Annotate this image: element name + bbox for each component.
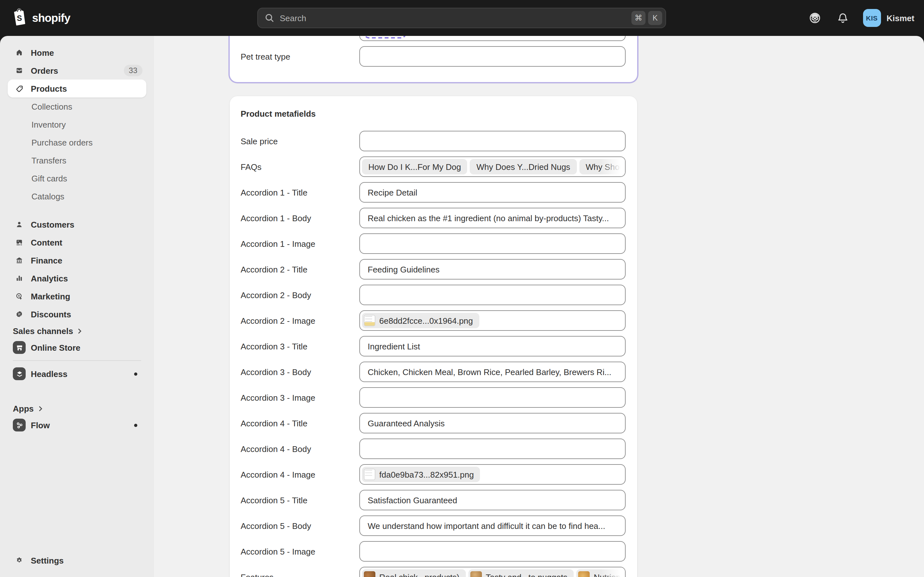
- chip-label: Tasty and...to nuggets: [486, 572, 567, 577]
- value-chip[interactable]: How Do I K...For My Dog: [362, 159, 467, 174]
- field-row: Accordion 5 - Body We understand how imp…: [241, 516, 626, 536]
- user-menu[interactable]: KIS Kismet: [863, 9, 914, 27]
- value-chip[interactable]: Real chick...products): [362, 569, 466, 577]
- field-label: Accordion 4 - Body: [241, 444, 359, 454]
- field-input-accordion-1-title[interactable]: Recipe Detail: [359, 182, 626, 203]
- field-label: Accordion 3 - Image: [241, 393, 359, 402]
- field-row: Accordion 4 - Image fda0e9ba73...82x951.…: [241, 464, 626, 485]
- headless-notification-dot: [134, 372, 137, 376]
- headless-label: Headless: [31, 369, 67, 379]
- sidebar-item-customers[interactable]: Customers: [8, 215, 146, 234]
- file-name: 6e8dd2fcce...0x1964.png: [379, 316, 473, 326]
- field-input-accordion-4-title[interactable]: Guaranteed Analysis: [359, 413, 626, 434]
- chevron-right-icon: [77, 328, 83, 334]
- sidebar-item-products[interactable]: Products: [8, 79, 146, 97]
- file-chip[interactable]: 6e8dd2fcce...0x1964.png: [362, 313, 479, 328]
- apps-header[interactable]: Apps: [8, 401, 146, 416]
- field-input-accordion-2-title[interactable]: Feeding Guidelines: [359, 259, 626, 279]
- sidebar-subitem-catalogs[interactable]: Catalogs: [8, 187, 146, 205]
- svg-text:S: S: [17, 14, 22, 23]
- orders-icon: [13, 64, 26, 77]
- shopify-admin: S shopify Search ⌘ K: [0, 0, 924, 577]
- file-thumbnail: [364, 469, 375, 480]
- sidebar-item-analytics[interactable]: Analytics: [8, 269, 146, 287]
- field-input-accordion-5-title[interactable]: Satisfaction Guaranteed: [359, 490, 626, 510]
- file-thumbnail: [364, 315, 375, 326]
- field-row: Sale price: [241, 131, 626, 151]
- chip-label: How Do I K...For My Dog: [368, 162, 461, 171]
- sidebar-item-discounts[interactable]: Discounts: [8, 305, 146, 323]
- home-icon: [13, 46, 26, 59]
- field-value: Ingredient List: [368, 342, 420, 351]
- field-row: Accordion 1 - Body Real chicken as the #…: [241, 208, 626, 228]
- field-row: Accordion 3 - Title Ingredient List: [241, 336, 626, 356]
- sidebar-item-label: Customers: [31, 219, 74, 229]
- chip-label: Nutrient...: [594, 572, 626, 577]
- shopify-logo[interactable]: S shopify: [11, 0, 70, 36]
- field-input-sale-price[interactable]: [359, 131, 626, 151]
- field-input-accordion-2-body[interactable]: [359, 285, 626, 305]
- field-input-accordion-4-body[interactable]: [359, 438, 626, 459]
- sidebar-item-marketing[interactable]: Marketing: [8, 287, 146, 305]
- field-input-accordion-1-body[interactable]: Real chicken as the #1 ingredient (no an…: [359, 208, 626, 228]
- file-name: fda0e9ba73...82x951.png: [379, 470, 474, 479]
- sidebar-subitem-transfers[interactable]: Transfers: [8, 151, 146, 169]
- field-input-accordion-3-body[interactable]: Chicken, Chicken Meal, Brown Rice, Pearl…: [359, 362, 626, 382]
- value-chip[interactable]: Nutrient...: [576, 569, 626, 577]
- sidebar-item-flow[interactable]: Flow: [8, 416, 146, 434]
- sidebar-subitem-purchase-orders[interactable]: Purchase orders: [8, 133, 146, 151]
- sales-channels-header[interactable]: Sales channels: [8, 323, 146, 338]
- field-input-accordion-2-image[interactable]: 6e8dd2fcce...0x1964.png: [359, 310, 626, 331]
- value-chip[interactable]: Why Should...W: [579, 159, 626, 174]
- search-input[interactable]: Search ⌘ K: [257, 8, 666, 28]
- sidebar-item-content[interactable]: Content: [8, 234, 146, 251]
- field-input-accordion-5-image[interactable]: [359, 541, 626, 562]
- pet-treat-type-input[interactable]: [359, 46, 626, 67]
- sidekick-assistant-icon[interactable]: [805, 8, 824, 27]
- field-label: Sale price: [241, 136, 359, 146]
- field-row: Accordion 3 - Image: [241, 387, 626, 408]
- field-input-accordion-4-image[interactable]: fda0e9ba73...82x951.png: [359, 464, 626, 485]
- value-chip[interactable]: Tasty and...to nuggets: [468, 569, 573, 577]
- sidebar-item-label: Discounts: [31, 309, 71, 319]
- field-input-accordion-5-body[interactable]: We understand how important and difficul…: [359, 516, 626, 536]
- card-title: Product metafields: [241, 109, 626, 119]
- sidebar-item-finance[interactable]: Finance: [8, 251, 146, 269]
- sidebar-subitem-collections[interactable]: Collections: [8, 97, 146, 115]
- field-row: Accordion 4 - Body: [241, 438, 626, 459]
- sidebar-subitem-gift-cards[interactable]: Gift cards: [8, 169, 146, 187]
- card-product-metafields: Product metafields Sale price FAQs How D…: [230, 96, 637, 577]
- hidden-field-input[interactable]: [359, 36, 626, 41]
- notifications-bell-icon[interactable]: [833, 8, 853, 27]
- sidebar-item-settings[interactable]: Settings: [8, 551, 146, 569]
- field-input-faqs[interactable]: How Do I K...For My DogWhy Does Y...Drie…: [359, 156, 626, 177]
- sidebar-item-online-store[interactable]: Online Store: [8, 338, 146, 356]
- file-chip[interactable]: fda0e9ba73...82x951.png: [362, 467, 480, 482]
- sidebar-item-label: Products: [31, 84, 67, 93]
- field-row: Accordion 5 - Image: [241, 541, 626, 562]
- sidebar-item-label: Marketing: [31, 292, 70, 301]
- gear-icon: [13, 554, 26, 567]
- sidebar-item-label: Content: [31, 237, 62, 247]
- field-value: Satisfaction Guaranteed: [368, 495, 457, 505]
- field-label: Accordion 5 - Title: [241, 495, 359, 505]
- sidebar-item-headless[interactable]: Headless: [8, 365, 146, 383]
- sidebar-item-orders[interactable]: Orders 33: [8, 61, 146, 79]
- sidebar-subitem-inventory[interactable]: Inventory: [8, 115, 146, 133]
- card-product-details: Pet treat type: [230, 36, 637, 82]
- field-row: Features Real chick...products)Tasty and…: [241, 567, 626, 577]
- chevron-right-icon: [37, 406, 43, 411]
- field-row: Accordion 2 - Image 6e8dd2fcce...0x1964.…: [241, 310, 626, 331]
- field-input-features[interactable]: Real chick...products)Tasty and...to nug…: [359, 567, 626, 577]
- kbd-cmd: ⌘: [632, 11, 646, 25]
- sidebar-item-home[interactable]: Home: [8, 44, 146, 61]
- field-value: Chicken, Chicken Meal, Brown Rice, Pearl…: [368, 367, 612, 377]
- value-chip[interactable]: Why Does Y...Dried Nugs: [470, 159, 577, 174]
- workspace: Home Orders 33 Products CollectionsInven…: [0, 36, 924, 577]
- media-icon: [13, 236, 26, 249]
- field-input-accordion-1-image[interactable]: [359, 234, 626, 254]
- settings-label: Settings: [31, 556, 64, 565]
- field-input-accordion-3-title[interactable]: Ingredient List: [359, 336, 626, 356]
- chart-icon: [13, 272, 26, 285]
- field-input-accordion-3-image[interactable]: [359, 387, 626, 408]
